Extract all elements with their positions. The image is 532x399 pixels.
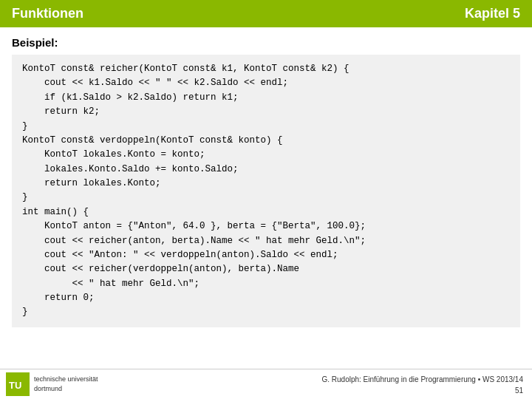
- content-area: Beispiel: KontoT const& reicher(KontoT c…: [0, 27, 532, 327]
- tu-logo-icon: TU: [6, 372, 30, 396]
- footer-university-text: technische universität dortmund: [34, 375, 98, 393]
- footer-left: TU technische universität dortmund: [6, 372, 98, 396]
- footer-credit: G. Rudolph: Einführung in die Programmie…: [321, 374, 523, 396]
- header-left-title: Funktionen: [0, 0, 266, 27]
- header-right-title: Kapitel 5: [266, 0, 532, 27]
- code-block: KontoT const& reicher(KontoT const& k1, …: [12, 55, 520, 327]
- svg-text:TU: TU: [9, 380, 21, 391]
- beispiel-label: Beispiel:: [12, 36, 520, 49]
- footer: TU technische universität dortmund G. Ru…: [0, 369, 532, 399]
